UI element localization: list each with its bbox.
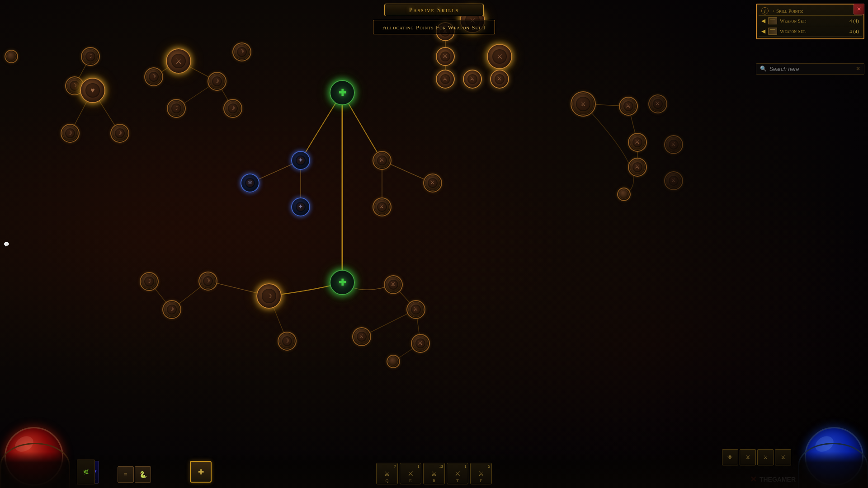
skill-node-blue-3[interactable]: ✦ <box>291 197 310 216</box>
skill-node-brown-1[interactable]: ⚔ <box>373 151 392 170</box>
weapon-set-count-2: 4 (4) <box>849 28 859 34</box>
skill-node-lc-8[interactable]: ☽ <box>61 124 80 143</box>
weapon-set-icon-1 <box>768 17 777 24</box>
search-clear-icon[interactable]: ✕ <box>856 66 860 72</box>
skill-tree: ✚ ✚ ✦ ❄ <box>0 0 868 488</box>
weapon-set-label-1: Weapon Set: <box>780 18 847 23</box>
skill-node-tr-7[interactable]: ⚔ <box>490 70 509 89</box>
weapon-set-arrow-2[interactable]: ◀ <box>761 28 765 35</box>
notification-banner: Allocating Points For Weapon Set I <box>373 20 495 34</box>
skill-node-br-3[interactable]: ⚔ <box>352 327 371 346</box>
skill-node-lc-10[interactable] <box>5 50 18 63</box>
skill-node-br-1[interactable]: ⚔ <box>384 275 403 294</box>
skill-slot-f[interactable]: ⚔ 5 F <box>470 463 492 484</box>
menu-buttons: ≡ 🐍 <box>118 466 151 483</box>
skill-slot-e[interactable]: ⚔ 1 E <box>400 463 421 484</box>
skill-node-lc-3[interactable]: ☽ <box>223 99 242 118</box>
skill-node-br-5[interactable] <box>387 355 400 368</box>
inventory-area: 🌿 <box>77 460 95 484</box>
skill-node-blue-2[interactable]: ❄ <box>241 174 259 192</box>
skill-node-lc-6[interactable]: ☽ <box>81 47 100 66</box>
skill-node-brown-3[interactable]: ⚔ <box>373 197 392 216</box>
title-bar: Passive Skills <box>384 4 484 16</box>
skill-node-center-bottom[interactable]: ✚ <box>330 270 355 295</box>
skill-node-fr-1[interactable]: ⚔ <box>571 91 596 117</box>
info-icon[interactable]: i <box>761 7 769 14</box>
skill-node-edge-2[interactable]: ⚔ <box>664 135 683 154</box>
passives-button[interactable]: ✚ <box>190 461 212 483</box>
skill-node-br-4[interactable]: ⚔ <box>411 334 430 353</box>
search-input[interactable] <box>769 66 853 72</box>
skill-node-bl-2[interactable]: ☽ <box>162 300 181 319</box>
weapon-set-arrow-1[interactable]: ◀ <box>761 18 765 24</box>
skill-node-lc-9[interactable]: ☽ <box>110 124 129 143</box>
skill-points-header: i + Skill Points: 4 <box>759 6 862 16</box>
weapon-set-icon-2 <box>768 28 777 35</box>
skill-slot-q[interactable]: ⚔ 7 Q <box>376 463 398 484</box>
br-skill-3[interactable]: ⚔ <box>757 449 774 465</box>
skill-node-fr-2[interactable]: ⚔ <box>619 97 638 116</box>
skill-node-bl-3[interactable]: ☽ <box>198 272 217 291</box>
skill-node-lc-1[interactable]: ☽ <box>232 42 251 61</box>
skill-node-active-left[interactable]: ⚔ <box>166 48 191 74</box>
skill-node-tr-5[interactable]: ⚔ <box>436 70 455 89</box>
skill-slot-t[interactable]: ⚔ 1 T <box>447 463 468 484</box>
skill-node-tr-2[interactable]: ⚔ <box>487 44 512 69</box>
close-button[interactable]: ✕ <box>854 4 864 14</box>
skill-node-br-2[interactable]: ⚔ <box>406 300 425 319</box>
skill-node-edge-3[interactable]: ⚔ <box>664 171 683 190</box>
skill-node-tr-6[interactable]: ⚔ <box>463 70 482 89</box>
menu-button-inventory[interactable]: ≡ <box>118 466 134 483</box>
skill-node-fr-5[interactable] <box>617 188 631 201</box>
notification-text: Allocating Points For Weapon Set I <box>382 24 486 31</box>
skill-node-lc-5[interactable]: ☽ <box>144 67 163 86</box>
skill-node-lc-2[interactable]: ☽ <box>208 72 226 91</box>
bottom-hud: ▼ 1 ▼ 2 🌿 ≡ 🐍 ✚ ⚔ 7 <box>0 452 868 488</box>
skill-node-center-top[interactable]: ✚ <box>330 80 355 105</box>
skill-slot-r[interactable]: ⚔ 13 R <box>423 463 445 484</box>
menu-button-skills[interactable]: 🐍 <box>135 466 151 483</box>
skill-node-fr-4[interactable]: ⚔ <box>628 158 647 177</box>
scroll-indicator: 💬 <box>4 242 9 247</box>
skill-node-active-cl[interactable]: ♥ <box>80 78 105 103</box>
window-title: Passive Skills <box>409 7 459 14</box>
skill-node-lc-4[interactable]: ☽ <box>167 99 186 118</box>
skill-points-label: + Skill Points: <box>772 8 853 14</box>
weapon-set-row-1: ◀ Weapon Set: 4 (4) <box>759 16 862 26</box>
search-icon: 🔍 <box>760 66 767 72</box>
game-canvas: Passive Skills ✕ Allocating Points For W… <box>0 0 868 488</box>
skill-node-bl-active[interactable]: ☽ <box>256 283 282 309</box>
skill-node-edge-1[interactable]: ⚔ <box>648 94 667 113</box>
inventory-slot-1[interactable]: 🌿 <box>77 460 95 484</box>
br-skill-1[interactable]: 👁 <box>722 449 738 465</box>
skill-node-tr-4[interactable]: ⚔ <box>436 47 455 66</box>
weapon-set-count-1: 4 (4) <box>849 18 859 23</box>
skill-node-bl-4[interactable]: ☽ <box>278 332 297 351</box>
skill-node-brown-2[interactable]: ⚔ <box>423 174 442 192</box>
br-skill-4[interactable]: ⚔ <box>775 449 791 465</box>
skill-node-blue-1[interactable]: ✦ <box>291 151 310 170</box>
weapon-set-row-2: ◀ Weapon Set: 4 (4) <box>759 26 862 37</box>
bottom-right-skills: 👁 ⚔ ⚔ ⚔ <box>722 449 791 465</box>
weapon-set-label-2: Weapon Set: <box>780 28 847 34</box>
br-skill-2[interactable]: ⚔ <box>740 449 756 465</box>
skill-points-panel: i + Skill Points: 4 ◀ Weapon Set: 4 (4) … <box>756 4 864 39</box>
skill-slots: ⚔ 7 Q ⚔ 1 E ⚔ 13 R ⚔ 1 T ⚔ 5 F <box>376 463 492 484</box>
search-bar[interactable]: 🔍 ✕ <box>756 63 864 75</box>
skill-node-bl-1[interactable]: ☽ <box>140 272 159 291</box>
skill-node-fr-3[interactable]: ⚔ <box>628 133 647 152</box>
